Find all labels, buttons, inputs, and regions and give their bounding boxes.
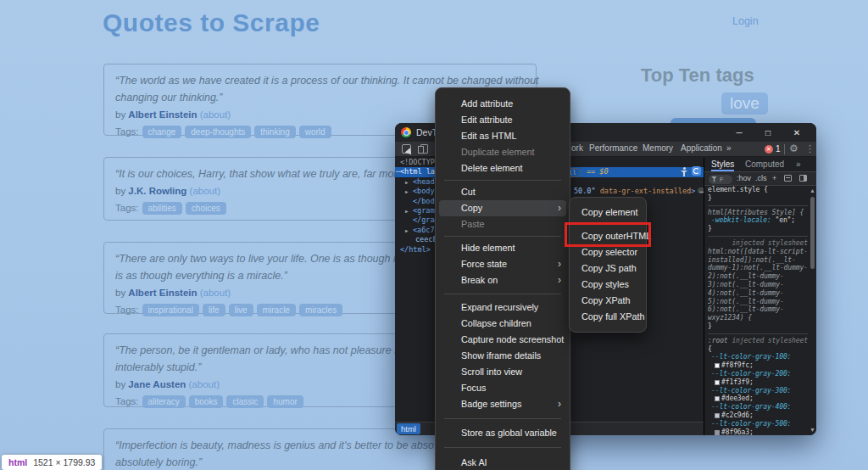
device-toolbar-icon[interactable]	[420, 144, 428, 154]
css-var-name[interactable]: --lt-color-gray-100:	[708, 353, 808, 361]
submenu-item-copy-full-xpath[interactable]: Copy full XPath	[570, 309, 646, 325]
color-swatch[interactable]	[715, 413, 720, 418]
menu-item-delete-element[interactable]: Delete element	[436, 160, 570, 176]
accessibility-person-icon[interactable]	[680, 167, 688, 176]
about-link[interactable]: (about)	[200, 109, 231, 120]
scroll-up-icon[interactable]: ▲	[810, 187, 815, 193]
kebab-menu-icon[interactable]: ⋮	[805, 143, 815, 154]
tag-link[interactable]: change	[142, 126, 182, 138]
menu-item-cut[interactable]: Cut	[436, 184, 570, 200]
scroll-down-icon[interactable]: ▼	[810, 427, 815, 433]
tag-link[interactable]: world	[299, 126, 331, 138]
color-swatch[interactable]	[715, 363, 720, 368]
tab-styles[interactable]: Styles	[711, 159, 734, 171]
more-tabs-icon[interactable]: »	[726, 143, 732, 153]
menu-item-expand-recursively[interactable]: Expand recursively	[436, 299, 570, 316]
login-link[interactable]: Login	[732, 15, 759, 27]
menu-item-force-state[interactable]: Force state›	[436, 256, 570, 272]
tab-application[interactable]: Application	[681, 143, 722, 153]
tag-link-love[interactable]: love	[721, 92, 768, 115]
submenu-item-copy-element[interactable]: Copy element	[570, 204, 646, 221]
menu-item-focus[interactable]: Focus	[436, 380, 570, 396]
color-swatch[interactable]	[715, 396, 720, 401]
sidebar-panel-icon[interactable]	[799, 175, 807, 182]
expand-arrow-icon[interactable]: ▶	[405, 206, 409, 215]
tag-link[interactable]: miracle	[257, 304, 296, 316]
menu-item-badge-settings[interactable]: Badge settings›	[436, 396, 570, 412]
error-badge-icon[interactable]: ✕	[765, 145, 773, 154]
expand-arrow-icon[interactable]: ▶	[405, 226, 409, 235]
menu-item-edit-attribute[interactable]: Edit attribute	[436, 112, 570, 128]
tag-link[interactable]: miracles	[299, 304, 342, 316]
tag-link[interactable]: books	[189, 395, 224, 408]
author-link[interactable]: J.K. Rowling	[128, 186, 186, 196]
extension-badge-icon[interactable]	[692, 166, 701, 176]
css-var-value[interactable]: #f8f9fc;	[708, 361, 808, 370]
tab-computed[interactable]: Computed	[745, 159, 784, 169]
menu-item-scroll-into-view[interactable]: Scroll into view	[436, 364, 570, 380]
rendering-icon[interactable]	[784, 175, 792, 182]
submenu-item-copy-styles[interactable]: Copy styles	[570, 277, 646, 293]
rule-root[interactable]: :rootinjected stylesheet	[708, 337, 808, 345]
menu-item-store-as-global-variable[interactable]: Store as global variable	[436, 425, 570, 441]
about-link[interactable]: (about)	[189, 379, 220, 389]
css-var-value[interactable]: #8f96a3;	[708, 428, 808, 435]
menu-item-break-on[interactable]: Break on›	[436, 272, 570, 288]
styles-filter-input[interactable]: F	[709, 175, 732, 184]
hov-toggle[interactable]: :hov	[737, 174, 751, 182]
maximize-icon[interactable]: □	[754, 123, 782, 142]
tag-link[interactable]: live	[229, 304, 253, 316]
tag-link[interactable]: classic	[226, 395, 264, 408]
color-swatch[interactable]	[715, 430, 720, 435]
menu-item-capture-node-screenshot[interactable]: Capture node screenshot	[436, 332, 570, 348]
menu-item-hide-element[interactable]: Hide element	[436, 240, 570, 256]
styles-scrollbar-thumb[interactable]	[810, 197, 815, 269]
tab-performance[interactable]: Performance	[589, 143, 637, 153]
inspect-element-icon[interactable]	[402, 144, 411, 154]
tag-link[interactable]: deep-thoughts	[185, 126, 251, 138]
menu-item-ask-ai[interactable]: Ask AI	[436, 455, 570, 470]
about-link[interactable]: (about)	[190, 186, 220, 196]
tag-link[interactable]: thinking	[254, 126, 295, 138]
settings-gear-icon[interactable]: ⚙	[789, 143, 798, 154]
menu-item-add-attribute[interactable]: Add attribute	[436, 96, 570, 112]
menu-item-collapse-children[interactable]: Collapse children	[436, 316, 570, 332]
expand-arrow-icon[interactable]: ▶	[405, 187, 409, 196]
author-link[interactable]: Albert Einstein	[128, 109, 197, 120]
tag-link[interactable]: aliteracy	[142, 395, 186, 408]
tag-link[interactable]: life	[203, 304, 225, 316]
css-var-value[interactable]: #f1f3f9;	[708, 378, 808, 387]
rule-webkit-locale[interactable]: -webkit-locale: "en";	[708, 216, 808, 225]
styles-more-tabs-icon[interactable]: »	[796, 159, 801, 169]
close-icon[interactable]: ✕	[782, 123, 811, 142]
color-swatch[interactable]	[715, 380, 720, 385]
menu-item-show-iframe-details[interactable]: Show iframe details	[436, 348, 570, 364]
css-var-value[interactable]: #c2c9d6;	[708, 411, 808, 420]
author-link[interactable]: Jane Austen	[128, 379, 186, 389]
submenu-item-copy-js-path[interactable]: Copy JS path	[570, 260, 646, 277]
menu-item-copy[interactable]: Copy›	[439, 200, 566, 216]
tag-link[interactable]: abilities	[142, 202, 182, 215]
new-rule-button[interactable]: +	[772, 174, 776, 182]
css-var-name[interactable]: --lt-color-gray-500:	[708, 420, 808, 428]
author-link[interactable]: Albert Einstein	[128, 288, 197, 298]
about-link[interactable]: (about)	[200, 288, 231, 298]
tag-link[interactable]: choices	[186, 202, 226, 215]
dom-more-dots-icon[interactable]: ⋯	[396, 167, 399, 176]
css-var-name[interactable]: --lt-color-gray-300:	[708, 387, 808, 395]
tab-network-fragment[interactable]: ork	[571, 143, 583, 153]
menu-item-edit-as-html[interactable]: Edit as HTML	[436, 128, 570, 144]
expand-arrow-icon[interactable]: ▶	[405, 177, 409, 187]
rule-attr-selector[interactable]: html[Attributes Style] {	[708, 209, 808, 217]
submenu-item-copy-xpath[interactable]: Copy XPath	[570, 293, 646, 309]
css-var-value[interactable]: #dee3ed;	[708, 394, 808, 403]
ellipsis-expander[interactable]: …	[698, 187, 704, 193]
minimize-icon[interactable]: ─	[725, 123, 754, 142]
breadcrumb-html[interactable]: html	[397, 423, 420, 434]
rule-element-style[interactable]: element.style {	[708, 186, 808, 194]
tag-link[interactable]: humor	[267, 395, 303, 408]
tag-link[interactable]: inspirational	[142, 304, 199, 316]
css-var-name[interactable]: --lt-color-gray-200:	[708, 370, 808, 378]
cls-toggle[interactable]: .cls	[755, 174, 767, 182]
tab-memory[interactable]: Memory	[643, 143, 673, 153]
